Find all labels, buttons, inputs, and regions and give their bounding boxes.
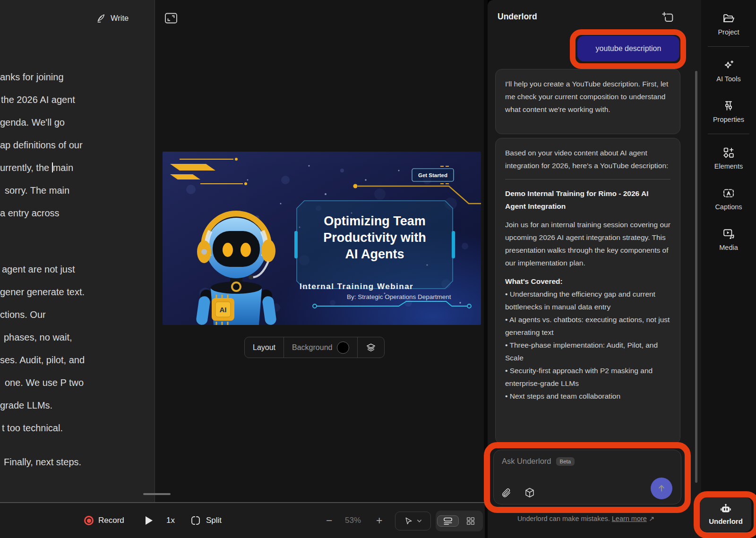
cursor-icon xyxy=(404,516,413,526)
bullet-item: Understanding the efficiency gap and cur… xyxy=(505,288,670,313)
background-button[interactable]: Background xyxy=(284,337,357,358)
zoom-level: 53% xyxy=(345,503,361,538)
sidebar-item-captions[interactable]: Captions xyxy=(701,181,756,215)
layers-button[interactable] xyxy=(357,337,384,358)
ask-input-placeholder: Ask Underlord xyxy=(502,457,551,466)
assistant-message-description: Based on your video content about AI age… xyxy=(495,138,680,444)
speed-label: 1x xyxy=(166,516,175,525)
captions-icon xyxy=(722,187,735,200)
sidebar-nav: Project AI Tools Properties Elements Cap… xyxy=(701,0,756,256)
send-arrow-icon xyxy=(656,483,667,494)
layers-icon xyxy=(366,342,376,353)
svg-text:AI: AI xyxy=(220,306,227,314)
script-view-button[interactable] xyxy=(437,515,459,527)
sidebar-item-ai-tools[interactable]: AI Tools xyxy=(701,53,756,87)
transcript-line: urrently, the main xyxy=(0,156,155,179)
context-cube-button[interactable] xyxy=(524,487,535,498)
sliders-icon xyxy=(722,99,735,112)
assistant-message: I'll help you create a YouTube descripti… xyxy=(495,69,680,134)
bullet-item: Next steps and team collaboration xyxy=(505,390,670,402)
pointer-tool-dropdown[interactable] xyxy=(395,512,431,530)
play-icon xyxy=(146,516,153,525)
svg-text:Optimizing Team: Optimizing Team xyxy=(324,214,426,228)
ai-tools-icon xyxy=(722,59,735,72)
plus-icon: + xyxy=(376,514,382,527)
transcript-line: genda. We'll go xyxy=(0,111,155,134)
sidebar-item-properties[interactable]: Properties xyxy=(701,94,756,128)
transcript-line: ctions. Our xyxy=(0,303,155,326)
script-view-icon xyxy=(443,516,453,526)
grid-view-button[interactable] xyxy=(460,515,481,527)
sidebar-divider xyxy=(708,134,749,134)
bullet-item: Three-phase implementation: Audit, Pilot… xyxy=(505,339,670,364)
transcript-line: a entry across xyxy=(0,202,155,224)
message-divider xyxy=(505,179,670,179)
record-button[interactable]: Record xyxy=(84,503,124,538)
view-toggle-group xyxy=(436,511,483,531)
covered-bullets: Understanding the efficiency gap and cur… xyxy=(505,288,670,402)
transcript-line: sorry. The main xyxy=(0,179,155,202)
media-icon xyxy=(722,227,735,240)
slide-title-panel: Optimizing Team Productivity with AI Age… xyxy=(294,201,455,289)
learn-more-link[interactable]: Learn more xyxy=(612,515,647,522)
split-button[interactable]: Split xyxy=(190,503,222,538)
user-message-text: youtube description xyxy=(596,44,662,53)
chat-scrollbar[interactable] xyxy=(695,71,697,483)
sidebar-divider xyxy=(708,46,749,47)
youtube-title: Demo Internal Training for Rimo - 2026 A… xyxy=(505,187,670,213)
robot-icon xyxy=(720,504,732,515)
ask-underlord-input[interactable]: Ask Underlord Beta xyxy=(493,450,681,504)
layout-button[interactable]: Layout xyxy=(245,337,284,358)
transcript-line: Finally, next steps. xyxy=(0,451,155,473)
playback-speed-button[interactable]: 1x xyxy=(166,503,175,538)
folder-icon xyxy=(722,12,735,25)
transcript[interactable]: anks for joining the 2026 AI agent genda… xyxy=(0,66,155,473)
ai-chip: AI xyxy=(212,295,234,325)
background-color-swatch[interactable] xyxy=(337,342,349,354)
split-label: Split xyxy=(206,516,222,525)
scene-toolbar: Layout Background xyxy=(244,337,385,358)
record-label: Record xyxy=(98,516,124,525)
write-button[interactable]: Write xyxy=(96,10,129,26)
transcript-line: ses. Audit, pilot, and xyxy=(0,349,155,371)
zoom-in-button[interactable]: + xyxy=(376,503,382,538)
play-button[interactable] xyxy=(146,503,153,538)
transcript-line: t too technical. xyxy=(0,417,155,439)
external-link-icon: ↗ xyxy=(649,515,654,522)
sidebar-item-underlord[interactable]: Underlord xyxy=(700,497,751,532)
assistant-message-text: I'll help you create a YouTube descripti… xyxy=(505,77,670,116)
timeline-drag-handle[interactable] xyxy=(143,493,171,495)
sidebar-item-media[interactable]: Media xyxy=(701,222,756,256)
sidebar-item-elements[interactable]: Elements xyxy=(701,141,756,175)
minus-icon: − xyxy=(326,514,332,527)
cube-icon xyxy=(524,487,535,498)
transcript-line: phases, no wait, xyxy=(0,326,155,349)
new-chat-button[interactable] xyxy=(662,10,677,26)
chevron-down-icon xyxy=(417,519,422,523)
fullscreen-button[interactable] xyxy=(164,12,179,25)
attach-button[interactable] xyxy=(501,487,512,498)
panel-seam xyxy=(484,0,488,538)
send-button[interactable] xyxy=(651,478,672,499)
transcript-line: anks for joining xyxy=(0,66,155,88)
user-message-bubble: youtube description xyxy=(577,36,679,61)
underlord-panel-title: Underlord xyxy=(498,12,537,22)
transport-bar: Record 1x Split − 53% + xyxy=(0,502,485,538)
transcript-line: grade LLMs. xyxy=(0,394,155,417)
covered-heading: What's Covered: xyxy=(505,275,670,288)
sidebar-item-project[interactable]: Project xyxy=(701,7,756,41)
video-preview[interactable]: Get Started Optimizing Team Productivity… xyxy=(163,152,481,325)
beta-badge: Beta xyxy=(556,457,575,466)
grid-view-icon xyxy=(465,516,476,526)
transcript-line: ap definitions of our xyxy=(0,134,155,156)
transcript-line: the 2026 AI agent xyxy=(0,88,155,111)
zoom-out-button[interactable]: − xyxy=(326,503,332,538)
slide-byline: By: Strategic Operations Department xyxy=(347,293,451,300)
new-chat-icon xyxy=(662,11,675,25)
slide-artwork: Get Started Optimizing Team Productivity… xyxy=(163,152,481,325)
background-label: Background xyxy=(292,343,332,352)
layout-label: Layout xyxy=(253,343,275,352)
description-lead: Based on your video content about AI age… xyxy=(505,146,670,172)
bullet-item: AI agents vs. chatbots: executing action… xyxy=(505,313,670,339)
get-started-button: Get Started xyxy=(412,166,454,184)
